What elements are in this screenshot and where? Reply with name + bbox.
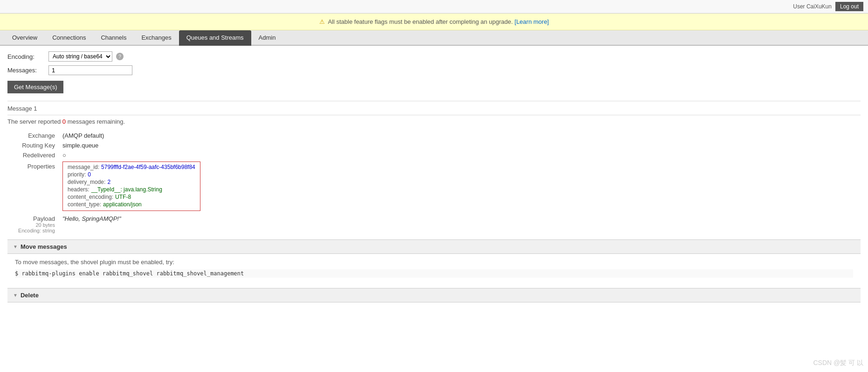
main-content: Encoding: Auto string / base64 base64 st…	[0, 46, 868, 308]
prop-content-encoding-key: content_encoding:	[68, 194, 113, 200]
payload-row: Payload 20 bytes Encoding: string "Hello…	[7, 212, 861, 235]
properties-label: Properties	[7, 160, 59, 212]
prop-headers-val: __TypeId__: java.lang.String	[91, 186, 162, 193]
messages-row: Messages:	[7, 65, 861, 75]
encoding-row: Encoding: Auto string / base64 base64 st…	[7, 51, 861, 62]
prop-message-id-key: message_id:	[68, 164, 99, 170]
learn-more-link[interactable]: [Learn more]	[515, 18, 549, 25]
tab-overview[interactable]: Overview	[5, 30, 45, 46]
remaining-text: The server reported 0 messages remaining…	[7, 118, 861, 125]
message-header: Message 1	[7, 105, 861, 112]
prop-content-type-val: application/json	[103, 201, 142, 208]
tab-connections[interactable]: Connections	[45, 30, 93, 46]
move-messages-label: Move messages	[21, 243, 67, 250]
prop-headers-key: headers:	[68, 186, 90, 193]
properties-value: message_id: 5799fffd-f2ae-4f59-aafc-435b…	[59, 160, 861, 212]
redelivered-row: Redelivered ○	[7, 150, 861, 160]
redelivered-value: ○	[59, 150, 861, 160]
prop-delivery-mode-key: delivery_mode:	[68, 179, 105, 185]
payload-value: "Hello, SpringAMQP!"	[62, 215, 121, 222]
encoding-select[interactable]: Auto string / base64 base64 string	[48, 51, 112, 62]
properties-box: message_id: 5799fffd-f2ae-4f59-aafc-435b…	[62, 161, 200, 211]
payload-value-cell: "Hello, SpringAMQP!"	[59, 212, 861, 235]
message-detail-table: Exchange (AMQP default) Routing Key simp…	[7, 131, 861, 235]
prop-delivery-mode-row: delivery_mode: 2	[68, 179, 195, 185]
divider-2	[7, 115, 861, 115]
remaining-zero: 0	[62, 118, 66, 125]
prop-priority-row: priority: 0	[68, 171, 195, 178]
help-button[interactable]: ?	[116, 53, 124, 60]
move-messages-command: $ rabbitmq-plugins enable rabbitmq_shove…	[15, 269, 853, 278]
move-messages-section-body: To move messages, the shovel plugin must…	[7, 254, 861, 282]
warning-banner: ⚠ All stable feature flags must be enabl…	[0, 14, 868, 30]
remaining-post: messages remaining.	[66, 118, 125, 125]
logout-button[interactable]: Log out	[835, 2, 863, 11]
delete-section-header[interactable]: ▼ Delete	[7, 288, 861, 302]
prop-headers-row: headers: __TypeId__: java.lang.String	[68, 186, 195, 193]
prop-message-id-row: message_id: 5799fffd-f2ae-4f59-aafc-435b…	[68, 164, 195, 170]
routing-key-value: simple.queue	[59, 140, 861, 150]
redelivered-label: Redelivered	[7, 150, 59, 160]
tab-admin[interactable]: Admin	[251, 30, 283, 46]
tab-channels[interactable]: Channels	[93, 30, 134, 46]
move-messages-chevron-icon: ▼	[13, 244, 18, 249]
exchange-row: Exchange (AMQP default)	[7, 131, 861, 140]
remaining-pre: The server reported	[7, 118, 62, 125]
messages-label: Messages:	[7, 67, 45, 74]
properties-row: Properties message_id: 5799fffd-f2ae-4f5…	[7, 160, 861, 212]
prop-content-type-key: content_type:	[68, 201, 101, 208]
prop-priority-key: priority:	[68, 171, 86, 178]
move-messages-description: To move messages, the shovel plugin must…	[15, 259, 853, 266]
prop-content-type-row: content_type: application/json	[68, 201, 195, 208]
tab-queues-streams[interactable]: Queues and Streams	[179, 30, 251, 46]
divider-1	[7, 101, 861, 101]
prop-content-encoding-row: content_encoding: UTF-8	[68, 194, 195, 200]
encoding-label: Encoding:	[7, 53, 45, 60]
top-bar: User CaiXuKun Log out	[0, 0, 868, 14]
warning-icon: ⚠	[319, 18, 325, 25]
payload-label-cell: Payload 20 bytes Encoding: string	[7, 212, 59, 235]
tab-exchanges[interactable]: Exchanges	[134, 30, 179, 46]
move-messages-section-header[interactable]: ▼ Move messages	[7, 239, 861, 254]
payload-size: 20 bytes	[11, 222, 55, 228]
payload-encoding: Encoding: string	[11, 228, 55, 233]
delete-chevron-icon: ▼	[13, 293, 18, 298]
routing-key-label: Routing Key	[7, 140, 59, 150]
exchange-value: (AMQP default)	[59, 131, 861, 140]
get-messages-button[interactable]: Get Message(s)	[7, 81, 63, 93]
nav-tabs: Overview Connections Channels Exchanges …	[0, 30, 868, 46]
user-label: User CaiXuKun	[793, 3, 832, 10]
prop-priority-val: 0	[88, 171, 91, 178]
prop-delivery-mode-val: 2	[107, 179, 110, 185]
exchange-label: Exchange	[7, 131, 59, 140]
messages-input[interactable]	[48, 65, 132, 75]
routing-key-row: Routing Key simple.queue	[7, 140, 861, 150]
prop-message-id-val: 5799fffd-f2ae-4f59-aafc-435bf6b98f84	[101, 164, 195, 170]
prop-content-encoding-val: UTF-8	[115, 194, 131, 200]
payload-label: Payload	[11, 215, 55, 222]
delete-label: Delete	[21, 292, 39, 299]
warning-text: All stable feature flags must be enabled…	[328, 18, 513, 25]
